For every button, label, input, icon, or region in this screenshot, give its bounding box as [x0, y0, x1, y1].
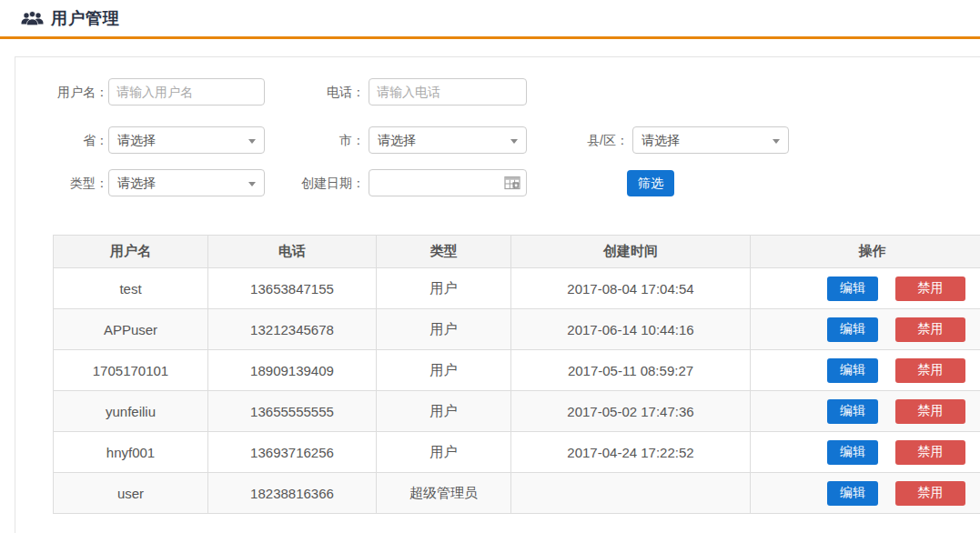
cell-created: 2017-05-11 08:59:27 [511, 350, 751, 391]
cell-created: 2017-04-24 17:22:52 [511, 432, 751, 473]
create-date-input[interactable] [369, 169, 527, 196]
disable-button[interactable]: 禁用 [895, 399, 965, 424]
chevron-down-icon [773, 139, 780, 144]
cell-created: 2017-05-02 17:47:36 [511, 391, 751, 432]
type-select[interactable]: 请选择 [108, 169, 265, 196]
cell-phone: 13653847155 [208, 268, 377, 309]
cell-actions: 编辑禁用 [751, 268, 980, 309]
cell-created: 2017-06-14 10:44:16 [511, 309, 751, 350]
table-row: 170517010118909139409用户2017-05-11 08:59:… [54, 350, 980, 391]
edit-button[interactable]: 编辑 [827, 358, 878, 383]
col-header-phone: 电话 [208, 236, 377, 268]
table-row: test13653847155用户2017-08-04 17:04:54编辑禁用 [54, 268, 980, 309]
county-label: 县/区： [556, 126, 629, 154]
cell-type: 用户 [377, 268, 511, 309]
type-select-value: 请选择 [117, 176, 156, 190]
accent-divider [0, 36, 980, 39]
cell-actions: 编辑禁用 [751, 432, 980, 473]
cell-actions: 编辑禁用 [751, 350, 980, 391]
cell-username: 1705170101 [54, 350, 208, 391]
col-header-type: 类型 [377, 236, 511, 268]
cell-actions: 编辑禁用 [751, 473, 980, 514]
province-select[interactable]: 请选择 [108, 126, 265, 154]
cell-type: 用户 [377, 391, 511, 432]
content-panel: 用户名： 电话： 省： 请选择 市： 请选择 县/区： 请选择 类型： 请选择 … [15, 56, 980, 533]
cell-phone: 13655555555 [208, 391, 377, 432]
cell-phone: 18238816366 [208, 473, 377, 514]
page-header: 用户管理 [0, 0, 980, 36]
city-select[interactable]: 请选择 [369, 126, 527, 154]
cell-phone: 18909139409 [208, 350, 377, 391]
chevron-down-icon [248, 182, 256, 186]
cell-username: user [54, 473, 208, 514]
cell-phone: 13212345678 [208, 309, 377, 350]
cell-created [511, 473, 751, 514]
province-select-value: 请选择 [117, 133, 156, 147]
users-table: 用户名 电话 类型 创建时间 操作 test13653847155用户2017-… [53, 235, 980, 514]
disable-button[interactable]: 禁用 [895, 358, 965, 383]
user-management-page: 用户管理 用户名： 电话： 省： 请选择 市： 请选择 县/区： 请选择 类型：… [0, 0, 980, 533]
cell-username: yunfeiliu [54, 391, 208, 432]
table-row: APPuser13212345678用户2017-06-14 10:44:16编… [54, 309, 980, 350]
county-select-value: 请选择 [642, 133, 680, 147]
county-select[interactable]: 请选择 [632, 126, 789, 154]
edit-button[interactable]: 编辑 [827, 481, 878, 506]
edit-button[interactable]: 编辑 [827, 440, 878, 465]
type-label: 类型： [28, 169, 108, 196]
col-header-created: 创建时间 [511, 236, 751, 268]
table-header-row: 用户名 电话 类型 创建时间 操作 [54, 236, 980, 268]
cell-actions: 编辑禁用 [751, 391, 980, 432]
phone-input[interactable] [369, 78, 527, 106]
disable-button[interactable]: 禁用 [895, 277, 965, 301]
page-title: 用户管理 [51, 7, 120, 29]
edit-button[interactable]: 编辑 [827, 399, 878, 424]
disable-button[interactable]: 禁用 [895, 317, 965, 342]
table-row: hnyf00113693716256用户2017-04-24 17:22:52编… [54, 432, 980, 473]
create-date-label: 创建日期： [274, 169, 365, 196]
edit-button[interactable]: 编辑 [827, 317, 878, 342]
table-row: yunfeiliu13655555555用户2017-05-02 17:47:3… [54, 391, 980, 432]
cell-actions: 编辑禁用 [751, 309, 980, 350]
cell-type: 用户 [377, 350, 511, 391]
cell-username: hnyf001 [54, 432, 208, 473]
cell-type: 用户 [377, 309, 511, 350]
users-icon [20, 10, 45, 27]
disable-button[interactable]: 禁用 [895, 440, 965, 465]
table-row: user18238816366超级管理员编辑禁用 [54, 473, 980, 514]
username-input[interactable] [108, 78, 265, 106]
username-label: 用户名： [28, 78, 108, 106]
cell-type: 超级管理员 [377, 473, 511, 514]
cell-type: 用户 [377, 432, 511, 473]
chevron-down-icon [248, 139, 256, 144]
col-header-username: 用户名 [54, 236, 208, 268]
cell-username: APPuser [54, 309, 208, 350]
city-label: 市： [301, 126, 365, 154]
disable-button[interactable]: 禁用 [895, 481, 965, 506]
filter-submit-button[interactable]: 筛选 [627, 170, 674, 196]
col-header-actions: 操作 [751, 236, 980, 268]
city-select-value: 请选择 [378, 133, 416, 147]
edit-button[interactable]: 编辑 [827, 277, 878, 301]
cell-phone: 13693716256 [208, 432, 377, 473]
calendar-icon [504, 176, 521, 190]
cell-username: test [54, 268, 208, 309]
cell-created: 2017-08-04 17:04:54 [511, 268, 751, 309]
chevron-down-icon [510, 139, 518, 144]
province-label: 省： [28, 126, 108, 154]
phone-label: 电话： [301, 78, 365, 106]
